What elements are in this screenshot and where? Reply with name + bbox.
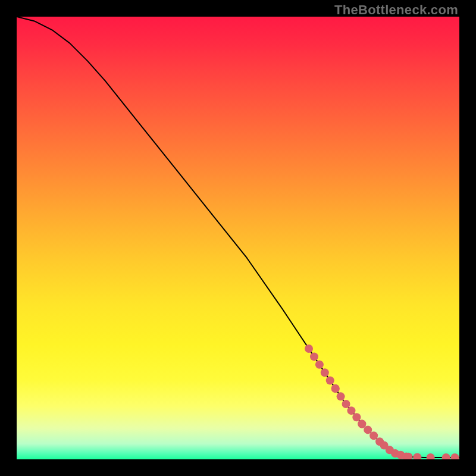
gradient-background [17, 17, 459, 459]
data-point [315, 361, 324, 369]
data-point [326, 377, 334, 385]
data-point [364, 425, 372, 434]
data-point [310, 352, 318, 361]
data-point [358, 419, 366, 428]
data-point [347, 406, 355, 415]
plot-area [17, 17, 459, 459]
data-point [337, 392, 345, 400]
data-point [352, 413, 361, 421]
chart-svg [17, 17, 459, 459]
chart-frame: TheBottleneck.com [0, 0, 476, 476]
data-point [321, 368, 329, 377]
data-point [305, 345, 313, 353]
data-point [342, 400, 350, 408]
data-point [331, 384, 340, 393]
watermark-text: TheBottleneck.com [334, 2, 458, 18]
data-point [369, 431, 378, 440]
